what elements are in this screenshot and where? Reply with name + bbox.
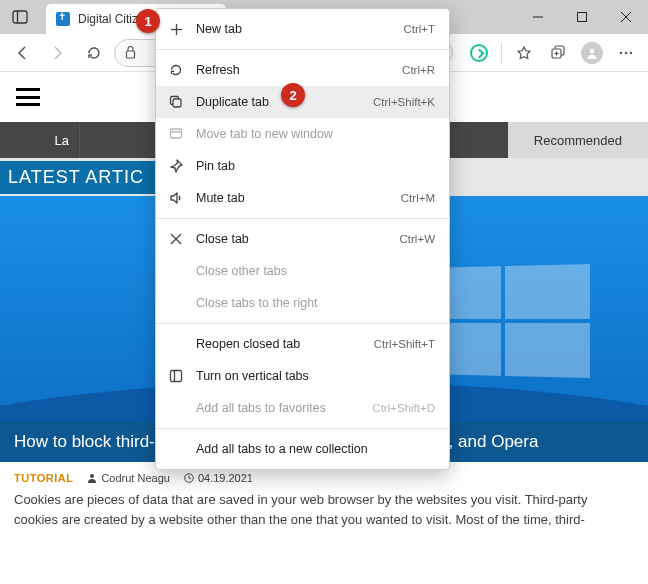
nav-tab-recommended[interactable]: Recommended <box>508 122 648 158</box>
context-menu-item-add-all-tabs-to-a-new-collection[interactable]: Add all tabs to a new collection <box>156 433 449 465</box>
context-menu-shortcut: Ctrl+Shift+D <box>372 402 435 414</box>
article-author[interactable]: Codrut Neagu <box>87 472 170 484</box>
svg-point-10 <box>590 48 595 53</box>
close-icon <box>168 233 184 245</box>
article-date: 04.19.2021 <box>184 472 253 484</box>
context-menu-item-reopen-closed-tab[interactable]: Reopen closed tabCtrl+Shift+T <box>156 328 449 360</box>
context-menu-item-turn-on-vertical-tabs[interactable]: Turn on vertical tabs <box>156 360 449 392</box>
svg-rect-23 <box>171 371 182 382</box>
context-menu-shortcut: Ctrl+W <box>400 233 435 245</box>
refresh-icon <box>168 63 184 77</box>
section-title: LATEST ARTIC <box>0 161 156 194</box>
context-menu-separator <box>156 428 449 429</box>
person-icon <box>87 473 97 483</box>
context-menu-separator <box>156 218 449 219</box>
favicon-icon <box>56 12 70 26</box>
context-menu-shortcut: Ctrl+Shift+K <box>373 96 435 108</box>
context-menu-label: Mute tab <box>196 191 389 205</box>
context-menu-shortcut: Ctrl+Shift+T <box>374 338 435 350</box>
tab-context-menu: New tabCtrl+TRefreshCtrl+RDuplicate tabC… <box>155 8 450 470</box>
context-menu-label: Pin tab <box>196 159 423 173</box>
context-menu-label: Add all tabs to a new collection <box>196 442 423 456</box>
context-menu-label: Turn on vertical tabs <box>196 369 423 383</box>
minimize-button[interactable] <box>516 0 560 34</box>
toolbar-separator <box>501 42 502 64</box>
context-menu-item-pin-tab[interactable]: Pin tab <box>156 150 449 182</box>
context-menu-shortcut: Ctrl+T <box>403 23 435 35</box>
context-menu-separator <box>156 323 449 324</box>
svg-point-13 <box>630 51 632 53</box>
svg-rect-3 <box>578 13 587 22</box>
extension-grammarly-button[interactable] <box>463 37 495 69</box>
refresh-button[interactable] <box>78 37 110 69</box>
favorites-button[interactable] <box>508 37 540 69</box>
context-menu-item-new-tab[interactable]: New tabCtrl+T <box>156 13 449 45</box>
plus-icon <box>168 23 184 36</box>
vtabs-icon <box>168 369 184 383</box>
tab-actions-button[interactable] <box>0 0 40 34</box>
svg-rect-6 <box>127 51 135 58</box>
context-menu-separator <box>156 49 449 50</box>
maximize-button[interactable] <box>560 0 604 34</box>
context-menu-item-mute-tab[interactable]: Mute tabCtrl+M <box>156 182 449 214</box>
svg-rect-19 <box>171 129 182 138</box>
svg-rect-18 <box>173 99 181 107</box>
clock-icon <box>184 473 194 483</box>
svg-point-11 <box>620 51 622 53</box>
context-menu-item-add-all-tabs-to-favorites: Add all tabs to favoritesCtrl+Shift+D <box>156 392 449 424</box>
article-body: Cookies are pieces of data that are save… <box>0 490 648 529</box>
context-menu-shortcut: Ctrl+M <box>401 192 435 204</box>
context-menu-label: New tab <box>196 22 391 36</box>
lock-icon <box>125 46 136 59</box>
menu-button[interactable] <box>610 37 642 69</box>
annotation-badge-1: 1 <box>136 9 160 33</box>
context-menu-item-move-tab-to-new-window: Move tab to new window <box>156 118 449 150</box>
svg-point-14 <box>90 474 94 478</box>
article-category[interactable]: TUTORIAL <box>14 472 73 484</box>
window-icon <box>168 127 184 141</box>
context-menu-label: Move tab to new window <box>196 127 423 141</box>
grammarly-icon <box>470 44 488 62</box>
svg-point-12 <box>625 51 627 53</box>
profile-button[interactable] <box>576 37 608 69</box>
pin-icon <box>168 159 184 173</box>
mute-icon <box>168 191 184 205</box>
close-window-button[interactable] <box>604 0 648 34</box>
window-controls <box>516 0 648 34</box>
hamburger-button[interactable] <box>16 88 40 106</box>
context-menu-item-close-tab[interactable]: Close tabCtrl+W <box>156 223 449 255</box>
back-button[interactable] <box>6 37 38 69</box>
context-menu-label: Reopen closed tab <box>196 337 362 351</box>
forward-button[interactable] <box>42 37 74 69</box>
dup-icon <box>168 95 184 109</box>
context-menu-label: Add all tabs to favorites <box>196 401 360 415</box>
collections-button[interactable] <box>542 37 574 69</box>
svg-rect-0 <box>13 11 27 23</box>
context-menu-item-refresh[interactable]: RefreshCtrl+R <box>156 54 449 86</box>
context-menu-item-close-tabs-to-the-right: Close tabs to the right <box>156 287 449 319</box>
context-menu-shortcut: Ctrl+R <box>402 64 435 76</box>
annotation-badge-2: 2 <box>281 83 305 107</box>
context-menu-label: Duplicate tab <box>196 95 361 109</box>
context-menu-label: Refresh <box>196 63 390 77</box>
avatar-icon <box>581 42 603 64</box>
context-menu-item-close-other-tabs: Close other tabs <box>156 255 449 287</box>
nav-tab-latest[interactable]: La <box>0 122 80 158</box>
context-menu-label: Close tab <box>196 232 388 246</box>
context-menu-label: Close other tabs <box>196 264 423 278</box>
context-menu-label: Close tabs to the right <box>196 296 423 310</box>
